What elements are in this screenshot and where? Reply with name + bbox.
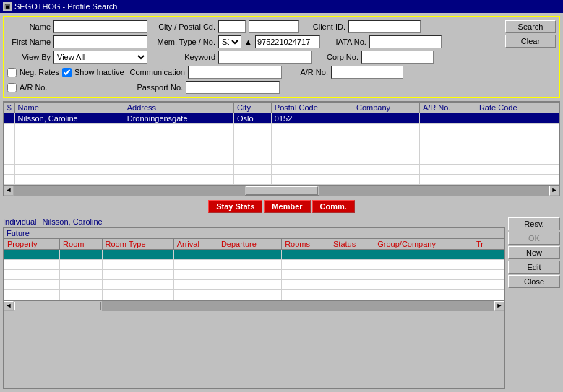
clientid-input[interactable] bbox=[348, 20, 421, 33]
future-hscroll-thumb[interactable] bbox=[14, 302, 101, 310]
future-table: Property Room Room Type Arrival Departur… bbox=[4, 238, 504, 300]
arno-input[interactable] bbox=[331, 66, 403, 79]
member-button[interactable]: Member bbox=[264, 200, 310, 213]
postal-input[interactable] bbox=[249, 20, 299, 33]
window-icon: ▣ bbox=[3, 2, 12, 11]
col-scroll bbox=[549, 103, 559, 113]
edit-button[interactable]: Edit bbox=[508, 261, 560, 274]
close-button[interactable]: Close bbox=[508, 275, 560, 288]
comm-button[interactable]: Comm. bbox=[312, 200, 355, 213]
table-row[interactable] bbox=[4, 134, 559, 144]
future-col-status: Status bbox=[330, 239, 374, 250]
results-section: $ Name Address City Postal Code Company … bbox=[3, 101, 560, 196]
future-col-property: Property bbox=[4, 239, 60, 250]
col-ratecode: Rate Code bbox=[476, 103, 549, 113]
corpno-label: Corp No. bbox=[315, 53, 358, 61]
future-table-row[interactable] bbox=[4, 250, 504, 260]
bottom-section: Individual Nilsson, Caroline Future Prop… bbox=[3, 217, 560, 389]
memtype-select[interactable]: SJ bbox=[218, 35, 241, 48]
future-group: Future Property Room Room Type Arrival D… bbox=[3, 227, 505, 389]
future-cell-property bbox=[4, 250, 60, 260]
passport-input[interactable] bbox=[186, 81, 280, 94]
main-content: Name City / Postal Cd. Client ID. First … bbox=[0, 13, 563, 392]
search-button[interactable]: Search bbox=[505, 20, 556, 33]
clientid-label: Client ID. bbox=[302, 22, 345, 31]
arno-checkbox[interactable] bbox=[7, 83, 17, 92]
future-col-roomtype: Room Type bbox=[102, 239, 173, 250]
ok-button[interactable]: OK bbox=[508, 232, 560, 245]
viewby-label: View By bbox=[7, 53, 51, 61]
city-label: City / Postal Cd. bbox=[150, 22, 215, 31]
keyword-input[interactable] bbox=[218, 51, 312, 64]
hscroll-thumb[interactable] bbox=[246, 186, 318, 195]
table-row[interactable]: Nilsson, Caroline Dronningensgate Oslo 0… bbox=[4, 113, 559, 124]
future-cell-groupcompany bbox=[374, 250, 473, 260]
iata-label: IATA No. bbox=[323, 38, 366, 46]
corpno-input[interactable] bbox=[361, 51, 434, 64]
future-col-tr: Tr bbox=[473, 239, 494, 250]
passport-label: Passport No. bbox=[137, 83, 184, 92]
arno2-label: A/R No. bbox=[20, 83, 48, 92]
title-bar: ▣ SEGOTHOG - Profile Search bbox=[0, 0, 563, 13]
future-table-row[interactable] bbox=[4, 290, 504, 300]
future-col-vscroll bbox=[494, 239, 504, 250]
future-table-row[interactable] bbox=[4, 280, 504, 290]
memtype-label: Mem. Type / No. bbox=[150, 38, 215, 46]
col-arno: A/R No. bbox=[419, 103, 476, 113]
future-col-groupcompany: Group/Company bbox=[374, 239, 473, 250]
table-row[interactable] bbox=[4, 175, 559, 185]
action-bar: Stay Stats Member Comm. bbox=[3, 199, 560, 214]
table-row[interactable] bbox=[4, 154, 559, 165]
right-buttons: Resv. OK New Edit Close bbox=[508, 217, 560, 389]
future-table-row[interactable] bbox=[4, 270, 504, 280]
resv-button[interactable]: Resv. bbox=[508, 217, 560, 230]
table-row[interactable] bbox=[4, 144, 559, 154]
firstname-label: First Name bbox=[7, 38, 51, 46]
scroll-right-btn[interactable]: ► bbox=[549, 186, 559, 196]
future-cell-scroll bbox=[494, 250, 504, 260]
cell-postal: 0152 bbox=[271, 113, 353, 124]
cell-arno bbox=[419, 113, 476, 124]
stay-stats-button[interactable]: Stay Stats bbox=[208, 200, 262, 213]
future-col-room: Room bbox=[60, 239, 102, 250]
cell-dollar bbox=[4, 113, 15, 124]
profile-type: Individual bbox=[3, 217, 36, 226]
viewby-select[interactable]: View All bbox=[53, 51, 147, 64]
future-cell-status bbox=[330, 250, 374, 260]
iata-input[interactable] bbox=[369, 35, 442, 48]
keyword-label: Keyword bbox=[150, 53, 215, 61]
future-cell-room bbox=[60, 250, 102, 260]
table-row[interactable] bbox=[4, 165, 559, 175]
neg-rates-checkbox[interactable] bbox=[7, 68, 17, 77]
col-city: City bbox=[233, 103, 271, 113]
future-table-row[interactable] bbox=[4, 260, 504, 270]
scroll-left-btn[interactable]: ◄ bbox=[4, 186, 14, 196]
arno-label: A/R No. bbox=[285, 68, 328, 77]
table-row[interactable] bbox=[4, 124, 559, 134]
col-dollar: $ bbox=[4, 103, 15, 113]
results-table: $ Name Address City Postal Code Company … bbox=[4, 102, 559, 185]
comm-input[interactable] bbox=[188, 66, 282, 79]
results-table-container[interactable]: $ Name Address City Postal Code Company … bbox=[4, 102, 559, 185]
show-inactive-checkbox[interactable] bbox=[62, 68, 72, 77]
future-cell-rooms bbox=[282, 250, 330, 260]
neg-rates-label: Neg. Rates bbox=[20, 68, 59, 77]
new-button[interactable]: New bbox=[508, 246, 560, 259]
comm-label: Communication bbox=[130, 68, 185, 77]
future-cell-roomtype bbox=[102, 250, 173, 260]
cell-city: Oslo bbox=[233, 113, 271, 124]
clear-button[interactable]: Clear bbox=[505, 35, 556, 48]
memno-input[interactable] bbox=[255, 35, 320, 48]
name-input[interactable] bbox=[53, 20, 147, 33]
firstname-input[interactable] bbox=[53, 35, 147, 48]
name-label: Name bbox=[7, 22, 51, 31]
future-scroll-left[interactable]: ◄ bbox=[4, 301, 14, 311]
city-input[interactable] bbox=[218, 20, 246, 33]
future-cell-arrival bbox=[173, 250, 218, 260]
future-scroll-right[interactable]: ► bbox=[494, 301, 504, 311]
future-cell-tr bbox=[473, 250, 494, 260]
cell-ratecode bbox=[476, 113, 549, 124]
search-buttons: Search Clear bbox=[505, 20, 556, 94]
profile-info: Individual Nilsson, Caroline Future Prop… bbox=[3, 217, 505, 389]
future-col-arrival: Arrival bbox=[173, 239, 218, 250]
